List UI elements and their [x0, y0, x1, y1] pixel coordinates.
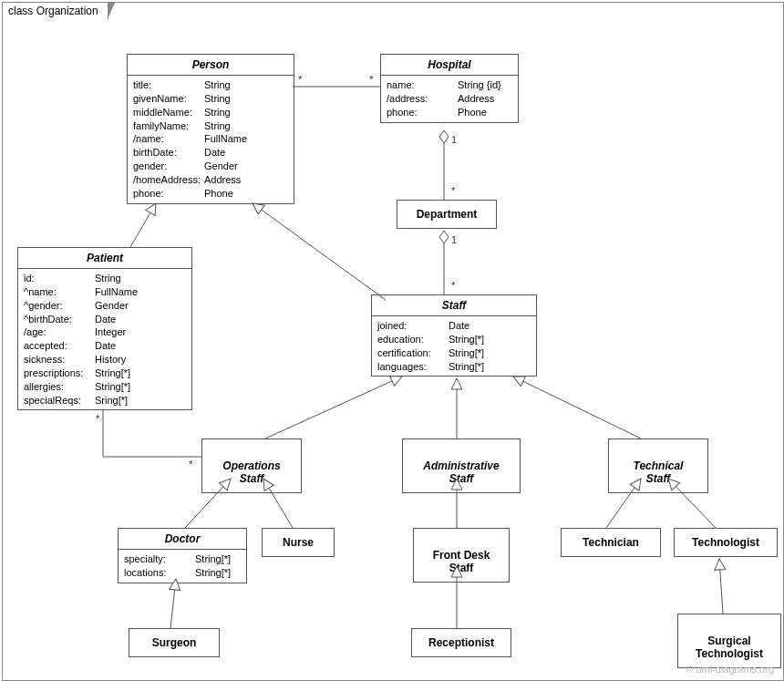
watermark: © uml-diagrams.org: [686, 664, 774, 675]
class-person: Person title:StringgivenName:Stringmiddl…: [127, 54, 294, 204]
class-receptionist: Receptionist: [411, 628, 511, 657]
multiplicity: 1: [451, 234, 457, 245]
class-technician: Technician: [561, 528, 661, 557]
multiplicity: 1: [451, 134, 457, 145]
class-staff: Staff joined:Dateeducation:String[*]cert…: [371, 294, 537, 377]
uml-frame: class Organization Person title:Stringgi…: [2, 2, 784, 681]
class-front-desk-staff: Front Desk Staff: [413, 528, 510, 583]
class-department: Department: [397, 200, 497, 229]
class-title: Staff: [372, 295, 536, 316]
class-surgeon: Surgeon: [129, 628, 220, 657]
class-title: Receptionist: [428, 636, 494, 649]
class-title: Front Desk Staff: [433, 549, 490, 574]
class-title: Doctor: [119, 529, 246, 550]
class-attrs: name:String {id}/address:Addressphone:Ph…: [381, 76, 518, 122]
multiplicity: *: [451, 280, 455, 291]
class-title: Technologist: [692, 536, 759, 549]
svg-line-7: [513, 377, 641, 439]
class-technologist: Technologist: [674, 528, 778, 557]
class-hospital: Hospital name:String {id}/address:Addres…: [380, 54, 519, 123]
class-doctor: Doctor specialty:String[*]locations:Stri…: [118, 528, 247, 583]
class-title: Nurse: [283, 536, 314, 549]
class-title: Surgical Technologist: [696, 635, 763, 660]
svg-line-3: [130, 203, 156, 247]
class-administrative-staff: Administrative Staff: [402, 439, 521, 493]
class-patient: Patient id:String^name:FullName^gender:G…: [17, 247, 192, 410]
svg-line-4: [253, 203, 386, 300]
multiplicity: *: [451, 185, 455, 196]
multiplicity: *: [189, 459, 192, 469]
multiplicity: *: [96, 413, 99, 424]
class-title: Patient: [18, 248, 191, 269]
class-title: Hospital: [381, 55, 518, 76]
class-title: Person: [128, 55, 294, 76]
svg-line-5: [265, 377, 402, 439]
class-title: Technical Staff: [634, 459, 684, 485]
frame-label: class Organization: [2, 2, 108, 19]
class-title: Technician: [583, 536, 639, 549]
class-title: Surgeon: [152, 636, 197, 649]
class-attrs: title:StringgivenName:StringmiddleName:S…: [128, 76, 294, 203]
class-attrs: id:String^name:FullName^gender:Gender^bi…: [18, 269, 191, 409]
class-surgical-technologist: Surgical Technologist: [677, 614, 781, 668]
svg-line-15: [719, 559, 723, 614]
multiplicity: *: [369, 74, 373, 85]
class-attrs: specialty:String[*]locations:String[*]: [119, 550, 246, 583]
class-nurse: Nurse: [262, 528, 335, 557]
class-attrs: joined:Dateeducation:String[*]certificat…: [372, 316, 536, 376]
class-operations-staff: Operations Staff: [201, 439, 302, 493]
multiplicity: *: [298, 74, 302, 85]
class-title: Operations Staff: [222, 459, 280, 485]
svg-line-13: [170, 579, 176, 628]
class-technical-staff: Technical Staff: [608, 439, 708, 493]
class-title: Administrative Staff: [423, 459, 499, 485]
class-title: Department: [417, 208, 478, 221]
